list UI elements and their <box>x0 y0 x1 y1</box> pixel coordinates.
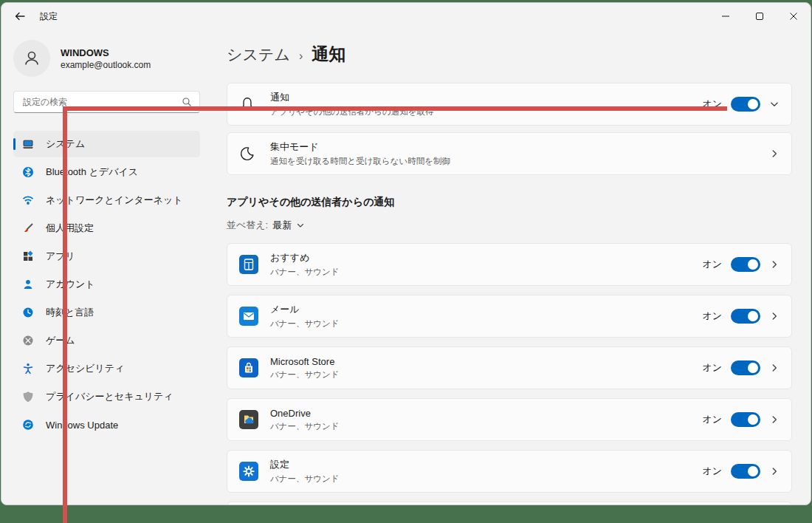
app-name: Microsoft Store <box>270 356 340 367</box>
toggle-state-label: オン <box>702 465 722 478</box>
sidebar-item-system[interactable]: システム <box>13 131 200 157</box>
notifications-toggle[interactable] <box>731 97 760 112</box>
time-language-icon <box>22 307 34 318</box>
sort-value: 最新 <box>272 219 292 232</box>
settings-app-icon <box>239 462 258 481</box>
chevron-right-icon <box>769 311 780 321</box>
store-app-icon <box>239 358 258 377</box>
sidebar-item-label: アカウント <box>46 278 95 291</box>
app-subtitle: バナー、サウンド <box>270 267 340 278</box>
sidebar-item-label: ゲーム <box>46 334 75 347</box>
toggle-state-label: オン <box>702 361 722 375</box>
user-profile: WINDOWS example@outlook.com <box>13 37 200 80</box>
person-icon <box>21 48 42 69</box>
toggle-knob <box>748 99 758 109</box>
app-row-onedrive[interactable]: OneDriveバナー、サウンドオン <box>227 398 792 441</box>
back-button[interactable] <box>6 5 34 27</box>
app-row-partial[interactable] <box>227 502 792 505</box>
app-name: おすすめ <box>270 251 340 264</box>
bluetooth-icon <box>22 166 34 178</box>
sidebar-item-time-language[interactable]: 時刻と言語 <box>13 299 200 326</box>
toggle-knob <box>748 311 758 321</box>
app-name: OneDrive <box>270 408 340 419</box>
windows-update-icon <box>22 419 34 431</box>
app-toggle[interactable] <box>731 464 760 479</box>
chevron-right-icon <box>769 259 780 270</box>
profile-email: example@outlook.com <box>61 60 151 70</box>
chevron-right-icon <box>769 363 780 373</box>
onedrive-app-icon <box>239 410 258 429</box>
sidebar-item-apps[interactable]: アプリ <box>13 243 200 270</box>
accounts-icon <box>22 278 34 290</box>
sidebar-item-windows-update[interactable]: Windows Update <box>13 411 200 438</box>
apps-icon <box>22 250 34 262</box>
sidebar-item-personalization[interactable]: 個人用設定 <box>13 215 200 242</box>
sidebar-item-label: Windows Update <box>46 420 118 431</box>
sort-label: 並べ替え: <box>227 219 268 232</box>
sort-dropdown[interactable]: 並べ替え: 最新 <box>227 219 305 232</box>
app-subtitle: バナー、サウンド <box>270 318 340 329</box>
toggle-state-label: オン <box>702 98 722 111</box>
sidebar-item-label: プライバシーとセキュリティ <box>46 390 173 403</box>
minimize-button[interactable] <box>709 3 743 30</box>
sidebar-item-label: アクセシビリティ <box>46 362 124 375</box>
sidebar-item-label: アプリ <box>46 250 75 263</box>
app-row-store[interactable]: Microsoft Storeバナー、サウンドオン <box>227 346 792 389</box>
window-title: 設定 <box>40 10 58 23</box>
sidebar-item-label: Bluetooth とデバイス <box>46 165 138 179</box>
toggle-state-label: オン <box>702 310 722 323</box>
app-name: 設定 <box>270 458 340 471</box>
window-controls <box>709 3 811 30</box>
app-toggle[interactable] <box>731 257 760 272</box>
chevron-down-icon <box>296 221 305 230</box>
app-list: おすすめバナー、サウンドオンメールバナー、サウンドオンMicrosoft Sto… <box>227 243 792 493</box>
chevron-right-icon <box>769 466 780 476</box>
mail-app-icon <box>239 307 258 326</box>
app-toggle[interactable] <box>731 412 760 427</box>
app-row-mail[interactable]: メールバナー、サウンドオン <box>227 295 792 338</box>
toggle-knob <box>748 414 758 425</box>
app-name: メール <box>270 303 340 316</box>
toggle-knob <box>748 363 758 373</box>
avatar <box>13 40 50 77</box>
app-subtitle: バナー、サウンド <box>270 421 340 432</box>
search-input[interactable] <box>21 96 182 108</box>
breadcrumb-parent[interactable]: システム <box>227 44 290 65</box>
breadcrumb: システム › 通知 <box>227 43 792 68</box>
system-icon <box>22 138 34 150</box>
app-toggle[interactable] <box>731 360 760 375</box>
selected-indicator <box>13 138 16 150</box>
apps-section-title: アプリやその他の送信者からの通知 <box>227 196 792 209</box>
app-row-settings[interactable]: 設定バナー、サウンドオン <box>227 450 792 493</box>
bell-icon <box>239 96 255 112</box>
moon-icon <box>239 146 255 162</box>
app-toggle[interactable] <box>731 309 760 324</box>
sidebar-item-accessibility[interactable]: アクセシビリティ <box>13 355 200 382</box>
sidebar: WINDOWS example@outlook.com システムBluetoot… <box>1 30 212 505</box>
back-arrow-icon <box>14 10 26 22</box>
accessibility-icon <box>22 363 34 375</box>
close-button[interactable] <box>777 3 811 30</box>
focus-assist-card[interactable]: 集中モード 通知を受け取る時間と受け取らない時間を制御 <box>227 132 792 175</box>
sidebar-item-bluetooth[interactable]: Bluetooth とデバイス <box>13 159 200 185</box>
notifications-card[interactable]: 通知 アプリやその他の送信者からの通知を取得 オン <box>227 83 792 126</box>
notifications-subtitle: アプリやその他の送信者からの通知を取得 <box>270 106 433 117</box>
close-icon <box>789 12 798 21</box>
main-content: システム › 通知 通知 アプリやその他の送信者からの通知を取得 オン <box>212 30 811 505</box>
sidebar-item-label: 個人用設定 <box>46 222 94 235</box>
maximize-icon <box>755 12 764 21</box>
chevron-down-icon[interactable] <box>769 99 780 109</box>
titlebar: 設定 <box>1 3 811 30</box>
notifications-title: 通知 <box>270 91 433 104</box>
maximize-button[interactable] <box>743 3 777 30</box>
settings-window: 設定 WINDOWS example@o <box>1 2 811 505</box>
sidebar-item-gaming[interactable]: ゲーム <box>13 327 200 354</box>
sidebar-item-network[interactable]: ネットワークとインターネット <box>13 187 200 213</box>
profile-name: WINDOWS <box>61 47 151 58</box>
chevron-right-icon <box>769 414 780 425</box>
app-row-recommended[interactable]: おすすめバナー、サウンドオン <box>227 243 792 286</box>
sidebar-item-privacy[interactable]: プライバシーとセキュリティ <box>13 383 200 410</box>
chevron-right-icon <box>769 148 780 159</box>
sidebar-item-accounts[interactable]: アカウント <box>13 271 200 298</box>
search-icon <box>182 97 192 107</box>
